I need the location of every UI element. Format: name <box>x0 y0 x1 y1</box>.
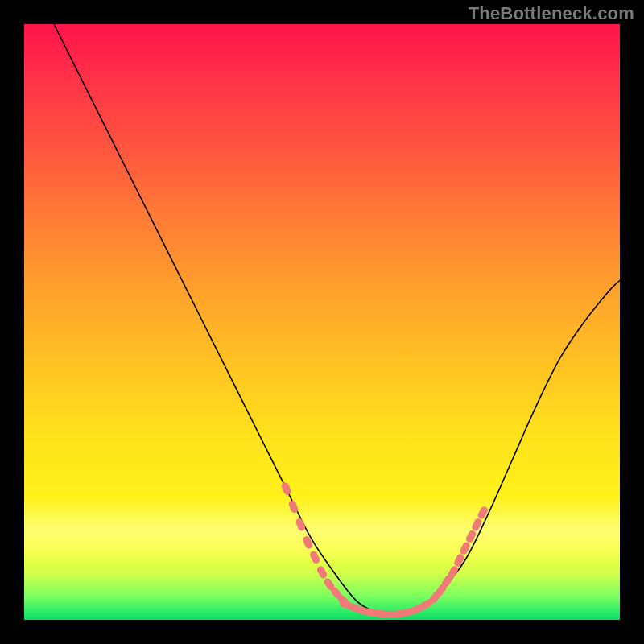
svg-rect-0 <box>280 481 291 496</box>
marker-left-seg <box>316 565 328 580</box>
marker-right-seg <box>477 506 489 520</box>
svg-rect-23 <box>453 553 465 568</box>
svg-rect-2 <box>295 518 306 532</box>
marker-right-seg <box>453 553 465 568</box>
marker-group <box>280 481 489 618</box>
svg-rect-3 <box>302 535 314 550</box>
marker-left-seg <box>302 535 314 550</box>
watermark-text: TheBottleneck.com <box>469 3 634 24</box>
marker-left-seg <box>280 481 291 496</box>
chart-frame: TheBottleneck.com <box>0 0 644 644</box>
svg-rect-5 <box>316 565 328 580</box>
curve-svg <box>24 24 620 620</box>
marker-left-seg <box>295 518 306 532</box>
svg-rect-27 <box>477 506 489 520</box>
bottleneck-curve <box>54 24 620 615</box>
plot-area <box>24 24 620 620</box>
